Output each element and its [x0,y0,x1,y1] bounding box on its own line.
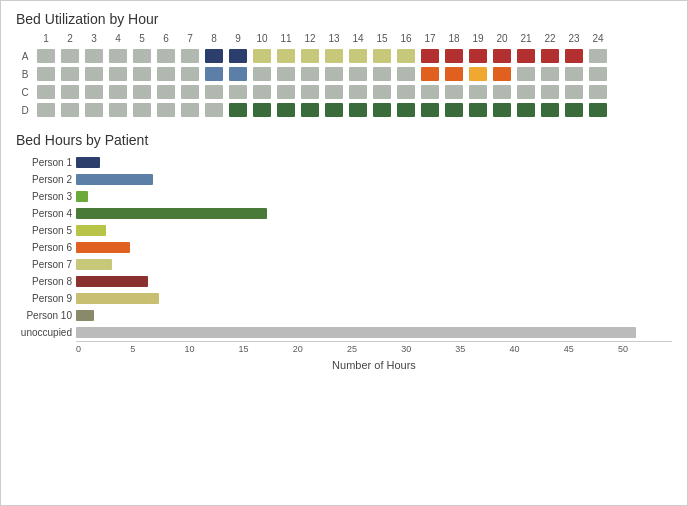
bed-cell-C-19 [469,85,487,99]
bed-hours-title: Bed Hours by Patient [16,132,672,148]
bed-row-label-a: A [16,48,34,64]
bed-cell-A-16 [397,49,415,63]
grid-corner [16,33,34,46]
hour-header: 3 [82,33,106,46]
bar-4 [76,225,106,236]
bar-label-10: unoccupied [16,324,76,341]
hour-header: 6 [154,33,178,46]
bed-cell-A-22 [541,49,559,63]
bed-cell-A-4 [109,49,127,63]
bed-cell-D-10 [253,103,271,117]
bar-row-3 [76,205,672,222]
bar-1 [76,174,153,185]
bed-cell-B-22 [541,67,559,81]
bar-row-8 [76,290,672,307]
bar-row-0 [76,154,672,171]
bed-cell-B-15 [373,67,391,81]
bar-3 [76,208,267,219]
bed-cell-C-22 [541,85,559,99]
hour-header: 22 [538,33,562,46]
x-tick-15: 15 [239,342,293,357]
x-tick-50: 50 [618,342,672,357]
bed-cell-C-23 [565,85,583,99]
bed-cell-A-17 [421,49,439,63]
hour-header: 16 [394,33,418,46]
bed-cell-C-10 [253,85,271,99]
bar-9 [76,310,94,321]
bar-chart-area: Person 1Person 2Person 3Person 4Person 5… [16,154,672,371]
hour-header: 8 [202,33,226,46]
bed-cell-C-9 [229,85,247,99]
bed-cell-A-12 [301,49,319,63]
bed-cell-A-10 [253,49,271,63]
bar-label-4: Person 5 [16,222,76,239]
bed-util-title: Bed Utilization by Hour [16,11,672,27]
hour-header: 13 [322,33,346,46]
bed-cell-A-9 [229,49,247,63]
bar-row-7 [76,273,672,290]
bar-row-1 [76,171,672,188]
bed-cell-B-13 [325,67,343,81]
bed-cell-B-23 [565,67,583,81]
bed-cell-D-2 [61,103,79,117]
hour-header: 18 [442,33,466,46]
bed-cell-D-17 [421,103,439,117]
bed-cell-A-21 [517,49,535,63]
bar-label-0: Person 1 [16,154,76,171]
bed-cell-A-6 [157,49,175,63]
hour-header: 15 [370,33,394,46]
bar-row-6 [76,256,672,273]
bed-cell-D-6 [157,103,175,117]
hour-header: 17 [418,33,442,46]
bed-cell-C-11 [277,85,295,99]
hour-header: 24 [586,33,610,46]
bed-cell-D-14 [349,103,367,117]
bed-cell-B-2 [61,67,79,81]
bed-cell-D-5 [133,103,151,117]
bed-cell-D-3 [85,103,103,117]
bed-cell-D-20 [493,103,511,117]
hour-header: 1 [34,33,58,46]
hour-header: 23 [562,33,586,46]
bar-labels: Person 1Person 2Person 3Person 4Person 5… [16,154,76,371]
bed-utilization-section: Bed Utilization by Hour 1234567891011121… [16,11,672,118]
bed-grid: 123456789101112131415161718192021222324A… [16,33,672,118]
bed-cell-B-12 [301,67,319,81]
hour-header: 9 [226,33,250,46]
bed-cell-D-21 [517,103,535,117]
bed-cell-C-13 [325,85,343,99]
bed-cell-D-4 [109,103,127,117]
hour-header: 10 [250,33,274,46]
bed-row-label-d: D [16,102,34,118]
bed-cell-D-1 [37,103,55,117]
bed-cell-C-4 [109,85,127,99]
bar-chart-inner: 05101520253035404550 Number of Hours [76,154,672,371]
x-tick-0: 0 [76,342,130,357]
x-tick-40: 40 [510,342,564,357]
bed-cell-C-2 [61,85,79,99]
bed-cell-B-1 [37,67,55,81]
bars-wrapper [76,154,672,341]
bed-cell-C-15 [373,85,391,99]
bed-cell-B-5 [133,67,151,81]
bed-hours-section: Bed Hours by Patient Person 1Person 2Per… [16,132,672,371]
bar-label-1: Person 2 [16,171,76,188]
bar-row-9 [76,307,672,324]
bar-label-2: Person 3 [16,188,76,205]
bed-cell-B-17 [421,67,439,81]
bed-cell-B-18 [445,67,463,81]
bed-cell-A-13 [325,49,343,63]
hour-header: 5 [130,33,154,46]
bed-cell-A-1 [37,49,55,63]
bed-cell-D-12 [301,103,319,117]
hour-header: 20 [490,33,514,46]
x-axis-label: Number of Hours [76,359,672,371]
bed-cell-B-16 [397,67,415,81]
bar-row-4 [76,222,672,239]
x-tick-30: 30 [401,342,455,357]
bed-cell-C-17 [421,85,439,99]
bed-cell-B-9 [229,67,247,81]
hour-header: 21 [514,33,538,46]
bed-cell-D-18 [445,103,463,117]
bed-cell-C-18 [445,85,463,99]
